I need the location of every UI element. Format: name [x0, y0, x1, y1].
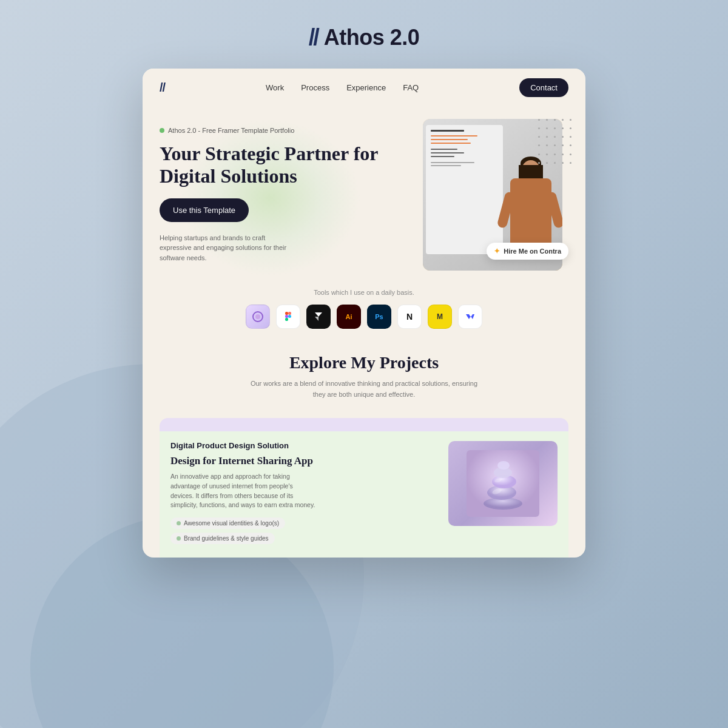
project-cards: Digital Product Design Solution Design f…	[143, 418, 585, 558]
app-window: // Work Process Experience FAQ Contact A…	[143, 69, 585, 558]
project-abstract-image	[467, 450, 539, 517]
svg-rect-5	[285, 318, 288, 321]
nav-logo: //	[160, 81, 165, 95]
project-image	[448, 441, 558, 526]
project-description: An innovative app and approach for takin…	[170, 472, 316, 510]
nav-link-work[interactable]: Work	[266, 83, 284, 92]
contact-button[interactable]: Contact	[519, 78, 568, 97]
project-card-top-bar	[160, 418, 568, 431]
tools-section: Tools which I use on a daily basis. Ai P…	[143, 277, 585, 341]
badge-dot	[160, 128, 164, 133]
project-sub-title: Design for Internet Sharing App	[170, 455, 437, 467]
svg-rect-3	[288, 312, 291, 315]
hero-cta-button[interactable]: Use this Template	[160, 198, 249, 222]
hire-badge-text: Hire Me on Contra	[504, 248, 561, 255]
dots-pattern	[538, 119, 575, 167]
tag-dot-1	[177, 521, 181, 525]
projects-section: Explore My Projects Our works are a blen…	[143, 341, 585, 418]
hero-badge: Athos 2.0 - Free Framer Template Portfol…	[160, 127, 411, 134]
project-tag-1: Awesome visual identities & logo(s)	[170, 517, 285, 529]
nav-bar: // Work Process Experience FAQ Contact	[143, 69, 585, 107]
nav-link-experience[interactable]: Experience	[346, 83, 386, 92]
top-brand-title: Athos 2.0	[324, 25, 420, 50]
svg-rect-2	[285, 312, 288, 315]
project-section-label: Digital Product Design Solution	[170, 441, 289, 450]
projects-subtitle: Our works are a blend of innovative thin…	[249, 379, 479, 400]
svg-marker-7	[315, 312, 322, 317]
star-icon: ✦	[494, 247, 500, 255]
nav-link-faq[interactable]: FAQ	[403, 83, 419, 92]
project-title-row: Digital Product Design Solution	[170, 441, 437, 450]
project-card-main: Digital Product Design Solution Design f…	[160, 431, 568, 558]
nav-link-process[interactable]: Process	[301, 83, 329, 92]
hero-section: Athos 2.0 - Free Framer Template Portfol…	[143, 107, 585, 277]
hero-description: Helping startups and brands to craft exp…	[160, 233, 287, 263]
hero-left: Athos 2.0 - Free Framer Template Portfol…	[160, 119, 411, 271]
tool-figma	[276, 305, 300, 329]
svg-point-6	[288, 315, 291, 318]
tool-notion: N	[397, 305, 422, 329]
tools-label: Tools which I use on a daily basis.	[160, 289, 568, 296]
project-tag-2: Brand guidelines & style guides	[170, 533, 275, 544]
hire-me-badge[interactable]: ✦ Hire Me on Contra	[487, 243, 568, 260]
brand-header: // Athos 2.0	[309, 24, 420, 50]
project-tag-label-1: Awesome visual identities & logo(s)	[184, 520, 279, 527]
tool-webflow	[458, 305, 482, 329]
tools-grid: Ai Ps N M	[160, 305, 568, 329]
tool-photoshop: Ps	[367, 305, 391, 329]
top-logo-mark: //	[309, 24, 318, 50]
tool-miro: M	[428, 305, 452, 329]
hero-title: Your Strategic Partner for Digital Solut…	[160, 143, 411, 187]
tool-framer2	[306, 305, 331, 329]
project-content-left: Digital Product Design Solution Design f…	[170, 441, 437, 548]
projects-title: Explore My Projects	[160, 353, 568, 372]
badge-text: Athos 2.0 - Free Framer Template Portfol…	[168, 127, 294, 134]
svg-point-14	[497, 461, 510, 470]
svg-point-1	[255, 314, 260, 319]
nav-links: Work Process Experience FAQ	[266, 83, 419, 92]
tool-framer	[246, 305, 270, 329]
hero-right: ✦ Hire Me on Contra	[423, 119, 568, 271]
svg-marker-8	[315, 317, 318, 321]
project-tag-label-2: Brand guidelines & style guides	[184, 535, 269, 542]
svg-rect-4	[285, 315, 288, 318]
tag-dot-2	[177, 536, 181, 541]
tool-illustrator: Ai	[337, 305, 361, 329]
